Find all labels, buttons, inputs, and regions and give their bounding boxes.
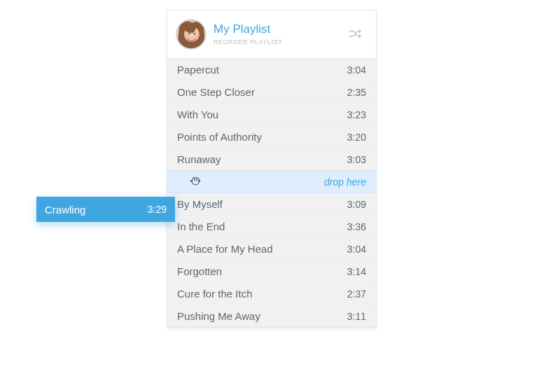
avatar[interactable] [176, 19, 206, 50]
track-time: 3:04 [347, 64, 366, 76]
title-block: My Playlist REORDER PLAYLIST [214, 23, 345, 46]
grab-cursor-icon [189, 175, 202, 190]
track-row[interactable]: Pushing Me Away 3:11 [167, 305, 376, 328]
track-row[interactable]: Cure for the Itch 2:37 [167, 283, 376, 305]
track-time: 3:23 [347, 109, 366, 120]
track-row[interactable]: Points of Authority 3:20 [167, 126, 376, 148]
track-title: Runaway [177, 153, 221, 165]
track-title: By Myself [177, 198, 223, 210]
track-row[interactable]: By Myself 3:09 [167, 193, 376, 216]
shuffle-icon [348, 28, 363, 41]
track-title: Pushing Me Away [177, 310, 260, 322]
playlist-header: My Playlist REORDER PLAYLIST [167, 10, 376, 59]
track-title: Cure for the Itch [177, 288, 253, 300]
drop-target[interactable]: drop here [167, 171, 376, 193]
track-time: 3:36 [347, 221, 366, 232]
track-title: Forgotten [177, 265, 222, 277]
track-title: One Step Closer [177, 86, 255, 98]
drop-label: drop here [324, 176, 366, 188]
track-title: Crawling [45, 204, 85, 216]
dragging-track[interactable]: Crawling 3:29 [36, 197, 175, 222]
track-time: 2:37 [347, 288, 366, 300]
track-time: 3:04 [347, 244, 366, 255]
track-time: 3:09 [347, 199, 366, 210]
playlist-subtitle: REORDER PLAYLIST [214, 38, 345, 46]
track-title: Papercut [177, 64, 219, 76]
track-title: With You [177, 108, 218, 120]
playlist-card: My Playlist REORDER PLAYLIST Papercut 3:… [167, 10, 377, 328]
track-row[interactable]: Forgotten 3:14 [167, 260, 376, 283]
playlist-title[interactable]: My Playlist [214, 23, 345, 36]
track-title: A Place for My Head [177, 243, 273, 255]
track-row[interactable]: One Step Closer 2:35 [167, 81, 376, 104]
track-list: Papercut 3:04 One Step Closer 2:35 With … [167, 59, 376, 328]
track-time: 3:20 [347, 132, 366, 143]
track-time: 3:14 [347, 266, 366, 277]
track-row[interactable]: A Place for My Head 3:04 [167, 238, 376, 260]
track-title: In the End [177, 220, 225, 232]
track-row[interactable]: Runaway 3:03 [167, 148, 376, 171]
track-time: 3:29 [148, 204, 167, 215]
track-row[interactable]: With You 3:23 [167, 104, 376, 126]
avatar-image [177, 20, 205, 48]
shuffle-button[interactable] [345, 25, 366, 43]
track-time: 2:35 [347, 87, 366, 98]
track-time: 3:03 [347, 154, 366, 165]
track-row[interactable]: Papercut 3:04 [167, 59, 376, 81]
svg-point-3 [193, 33, 195, 34]
svg-point-2 [188, 33, 190, 34]
track-time: 3:11 [347, 311, 366, 322]
track-title: Points of Authority [177, 131, 262, 143]
track-row[interactable]: In the End 3:36 [167, 216, 376, 238]
